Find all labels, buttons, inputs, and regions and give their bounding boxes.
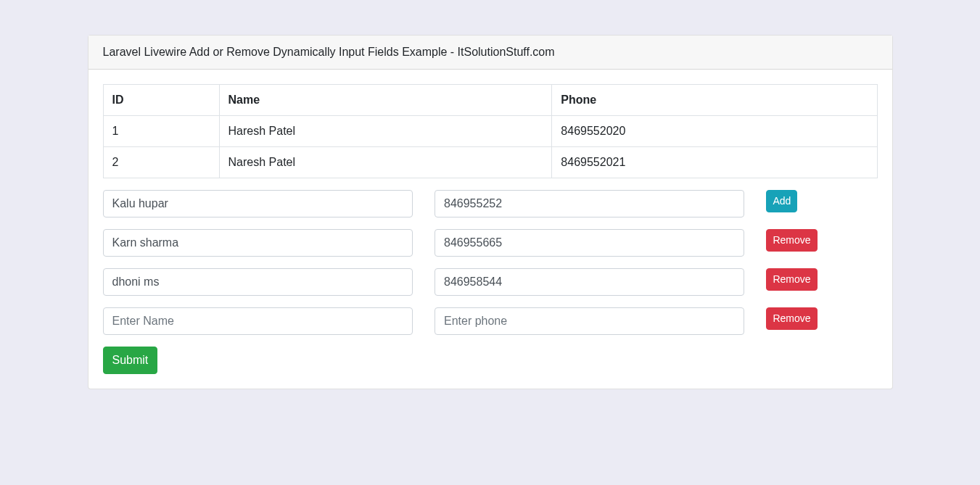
th-phone: Phone — [552, 85, 877, 116]
card-header: Laravel Livewire Add or Remove Dynamical… — [88, 36, 892, 70]
add-button[interactable]: Add — [766, 190, 797, 212]
input-row: Remove — [92, 268, 889, 296]
cell-name: Haresh Patel — [219, 116, 552, 147]
cell-id: 1 — [103, 116, 219, 147]
input-row: Add — [92, 190, 889, 217]
cell-id: 2 — [103, 147, 219, 178]
main-card: Laravel Livewire Add or Remove Dynamical… — [88, 35, 893, 389]
th-name: Name — [219, 85, 552, 116]
cell-name: Naresh Patel — [219, 147, 552, 178]
name-input[interactable] — [103, 190, 413, 217]
page-title: Laravel Livewire Add or Remove Dynamical… — [103, 46, 555, 58]
remove-button[interactable]: Remove — [766, 229, 817, 252]
card-body: ID Name Phone 1 Haresh Patel 8469552020 … — [88, 70, 892, 389]
name-input[interactable] — [103, 307, 413, 335]
input-row: Remove — [92, 307, 889, 335]
employees-table: ID Name Phone 1 Haresh Patel 8469552020 … — [103, 84, 878, 178]
name-input[interactable] — [103, 268, 413, 296]
phone-input[interactable] — [435, 190, 744, 217]
cell-phone: 8469552021 — [552, 147, 877, 178]
phone-input[interactable] — [435, 229, 744, 257]
input-row: Remove — [92, 229, 889, 257]
cell-phone: 8469552020 — [552, 116, 877, 147]
table-row: 1 Haresh Patel 8469552020 — [103, 116, 877, 147]
remove-button[interactable]: Remove — [766, 268, 817, 291]
phone-input[interactable] — [435, 307, 744, 335]
phone-input[interactable] — [435, 268, 744, 296]
th-id: ID — [103, 85, 219, 116]
name-input[interactable] — [103, 229, 413, 257]
remove-button[interactable]: Remove — [766, 307, 817, 330]
table-row: 2 Naresh Patel 8469552021 — [103, 147, 877, 178]
submit-button[interactable]: Submit — [103, 347, 158, 374]
